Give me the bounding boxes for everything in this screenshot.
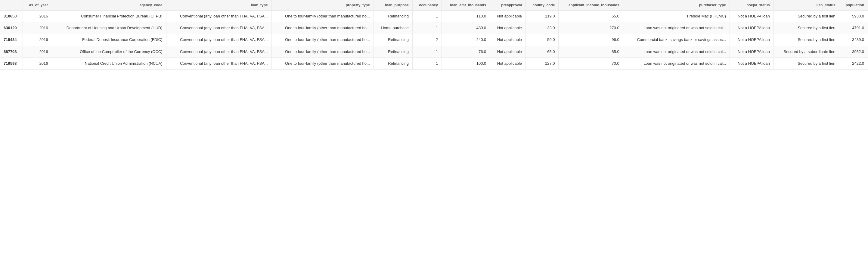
cell-hoepa-status: Not a HOEPA loan: [730, 46, 774, 58]
cell-occupancy: 2: [412, 34, 441, 46]
cell-property-type: One to four-family (other than manufactu…: [272, 22, 373, 34]
cell-preapproval: Not applicable: [490, 10, 526, 22]
cell-as-of-year: 2016: [23, 22, 52, 34]
cell-population: 4791.0: [839, 22, 868, 34]
cell-as-of-year: 2016: [23, 10, 52, 22]
cell-agency-code: National Credit Union Administration (NC…: [52, 58, 166, 69]
cell-county-code: 33.0: [526, 22, 559, 34]
col-header-population: population: [839, 0, 868, 10]
cell-preapproval: Not applicable: [490, 22, 526, 34]
cell-population: 5930.0: [839, 10, 868, 22]
cell-lien-status: Secured by a first lien: [774, 34, 839, 46]
cell-purchaser-type: Loan was not originated or was not sold …: [623, 22, 730, 34]
cell-applicant-income: 85.0: [559, 46, 623, 58]
cell-agency-code: Department of Housing and Urban Developm…: [52, 22, 166, 34]
cell-hoepa-status: Not a HOEPA loan: [730, 10, 774, 22]
cell-loan-purpose: Home purchase: [373, 22, 412, 34]
cell-lien-status: Secured by a first lien: [774, 58, 839, 69]
cell-applicant-income: 96.0: [559, 34, 623, 46]
cell-hoepa-status: Not a HOEPA loan: [730, 22, 774, 34]
cell-loan-type: Conventional (any loan other than FHA, V…: [166, 34, 272, 46]
col-header-hoepa-status: hoepa_status: [730, 0, 774, 10]
cell-applicant-income: 270.0: [559, 22, 623, 34]
cell-hoepa-status: Not a HOEPA loan: [730, 34, 774, 46]
cell-purchaser-type: Commercial bank, savings bank or savings…: [623, 34, 730, 46]
table-header-row: as_of_year agency_code loan_type propert…: [0, 0, 868, 10]
cell-applicant-income: 55.0: [559, 10, 623, 22]
table-row[interactable]: 8877082016Office of the Comptroller of t…: [0, 46, 868, 58]
cell-loan-type: Conventional (any loan other than FHA, V…: [166, 58, 272, 69]
cell-as-of-year: 2016: [23, 58, 52, 69]
cell-as-of-year: 2016: [23, 34, 52, 46]
cell-row-id: 887708: [0, 46, 23, 58]
cell-loan-type: Conventional (any loan other than FHA, V…: [166, 10, 272, 22]
cell-county-code: 127.0: [526, 58, 559, 69]
cell-property-type: One to four-family (other than manufactu…: [272, 46, 373, 58]
cell-as-of-year: 2016: [23, 46, 52, 58]
cell-loan-amt: 76.0: [441, 46, 490, 58]
cell-applicant-income: 70.0: [559, 58, 623, 69]
cell-property-type: One to four-family (other than manufactu…: [272, 34, 373, 46]
cell-agency-code: Federal Deposit Insurance Corporation (F…: [52, 34, 166, 46]
cell-county-code: 59.0: [526, 34, 559, 46]
cell-purchaser-type: Freddie Mac (FHLMC): [623, 10, 730, 22]
table-row[interactable]: 7195982016National Credit Union Administ…: [0, 58, 868, 69]
col-header-applicant-income: applicant_income_thousands: [559, 0, 623, 10]
cell-preapproval: Not applicable: [490, 58, 526, 69]
cell-row-id: 719598: [0, 58, 23, 69]
col-header-preapproval: preapproval: [490, 0, 526, 10]
col-header-loan-amt: loan_amt_thousands: [441, 0, 490, 10]
cell-county-code: 119.0: [526, 10, 559, 22]
loans-table: as_of_year agency_code loan_type propert…: [0, 0, 868, 69]
col-header-agency-code: agency_code: [52, 0, 166, 10]
cell-occupancy: 1: [412, 10, 441, 22]
cell-lien-status: Secured by a subordinate lien: [774, 46, 839, 58]
cell-county-code: 65.0: [526, 46, 559, 58]
cell-preapproval: Not applicable: [490, 46, 526, 58]
cell-loan-amt: 240.0: [441, 34, 490, 46]
cell-loan-purpose: Refinancing: [373, 34, 412, 46]
col-header-occupancy: occupancy: [412, 0, 441, 10]
cell-agency-code: Consumer Financial Protection Bureau (CF…: [52, 10, 166, 22]
cell-loan-purpose: Refinancing: [373, 58, 412, 69]
cell-loan-amt: 100.0: [441, 58, 490, 69]
cell-loan-amt: 480.0: [441, 22, 490, 34]
cell-loan-purpose: Refinancing: [373, 46, 412, 58]
cell-loan-amt: 110.0: [441, 10, 490, 22]
cell-loan-type: Conventional (any loan other than FHA, V…: [166, 22, 272, 34]
col-header-as-of-year: as_of_year: [23, 0, 52, 10]
cell-occupancy: 1: [412, 58, 441, 69]
cell-lien-status: Secured by a first lien: [774, 10, 839, 22]
cell-loan-type: Conventional (any loan other than FHA, V…: [166, 46, 272, 58]
cell-population: 3439.0: [839, 34, 868, 46]
table-row[interactable]: 7154842016Federal Deposit Insurance Corp…: [0, 34, 868, 46]
col-header-lien-status: lien_status: [774, 0, 839, 10]
col-header-row-id: [0, 0, 23, 10]
cell-loan-purpose: Refinancing: [373, 10, 412, 22]
col-header-county-code: county_code: [526, 0, 559, 10]
cell-agency-code: Office of the Comptroller of the Currenc…: [52, 46, 166, 58]
cell-preapproval: Not applicable: [490, 34, 526, 46]
cell-population: 2422.0: [839, 58, 868, 69]
cell-purchaser-type: Loan was not originated or was not sold …: [623, 58, 730, 69]
cell-occupancy: 1: [412, 22, 441, 34]
cell-lien-status: Secured by a first lien: [774, 22, 839, 34]
cell-row-id: 310650: [0, 10, 23, 22]
cell-row-id: 715484: [0, 34, 23, 46]
table-row[interactable]: 6301292016Department of Housing and Urba…: [0, 22, 868, 34]
col-header-property-type: property_type: [272, 0, 373, 10]
cell-property-type: One to four-family (other than manufactu…: [272, 10, 373, 22]
data-table: as_of_year agency_code loan_type propert…: [0, 0, 868, 69]
col-header-loan-purpose: loan_purpose: [373, 0, 412, 10]
cell-population: 3952.0: [839, 46, 868, 58]
cell-row-id: 630129: [0, 22, 23, 34]
col-header-loan-type: loan_type: [166, 0, 272, 10]
cell-occupancy: 1: [412, 46, 441, 58]
cell-purchaser-type: Loan was not originated or was not sold …: [623, 46, 730, 58]
table-row[interactable]: 3106502016Consumer Financial Protection …: [0, 10, 868, 22]
cell-property-type: One to four-family (other than manufactu…: [272, 58, 373, 69]
cell-hoepa-status: Not a HOEPA loan: [730, 58, 774, 69]
col-header-purchaser-type: purchaser_type: [623, 0, 730, 10]
